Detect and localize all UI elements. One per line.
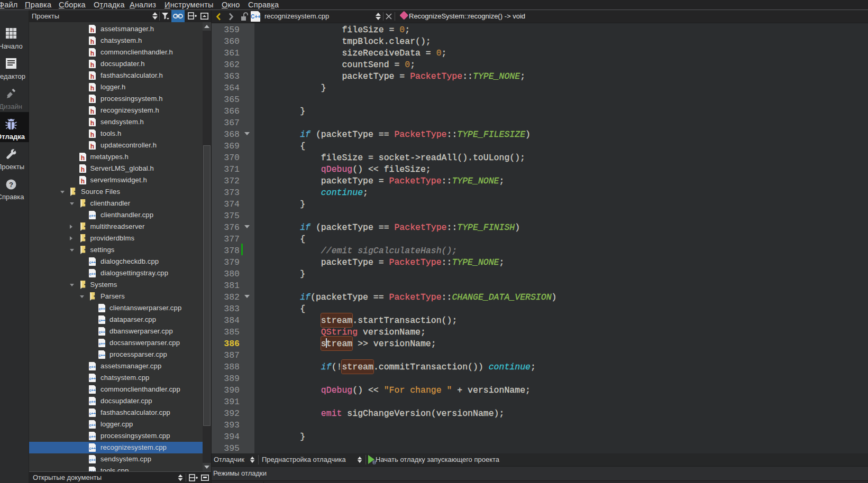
svg-text:?: ? <box>9 181 13 189</box>
